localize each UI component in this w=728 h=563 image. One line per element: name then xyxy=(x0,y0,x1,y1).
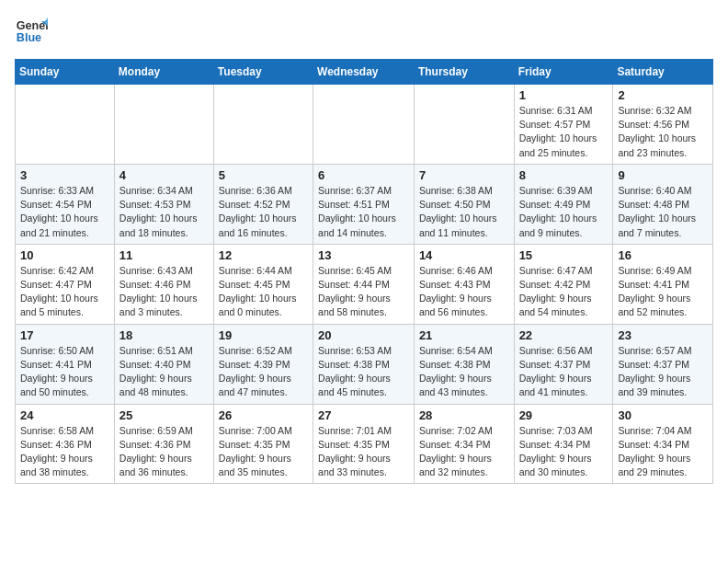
day-number: 12 xyxy=(219,248,308,262)
calendar-cell: 1Sunrise: 6:31 AM Sunset: 4:57 PM Daylig… xyxy=(514,85,613,165)
day-info: Sunrise: 6:59 AM Sunset: 4:36 PM Dayligh… xyxy=(119,424,209,480)
calendar-cell: 17Sunrise: 6:50 AM Sunset: 4:41 PM Dayli… xyxy=(16,324,115,404)
day-info: Sunrise: 7:02 AM Sunset: 4:34 PM Dayligh… xyxy=(419,424,509,480)
calendar-cell xyxy=(414,85,514,165)
weekday-header-wednesday: Wednesday xyxy=(313,60,415,85)
day-info: Sunrise: 6:52 AM Sunset: 4:39 PM Dayligh… xyxy=(219,344,308,400)
calendar-cell: 16Sunrise: 6:49 AM Sunset: 4:41 PM Dayli… xyxy=(613,244,713,324)
day-info: Sunrise: 6:47 AM Sunset: 4:42 PM Dayligh… xyxy=(519,264,609,320)
calendar-table: SundayMondayTuesdayWednesdayThursdayFrid… xyxy=(15,59,713,484)
calendar-cell: 20Sunrise: 6:53 AM Sunset: 4:38 PM Dayli… xyxy=(313,324,415,404)
calendar-cell: 21Sunrise: 6:54 AM Sunset: 4:38 PM Dayli… xyxy=(414,324,514,404)
calendar-cell: 7Sunrise: 6:38 AM Sunset: 4:50 PM Daylig… xyxy=(414,164,514,244)
day-info: Sunrise: 6:49 AM Sunset: 4:41 PM Dayligh… xyxy=(618,264,708,320)
day-number: 15 xyxy=(519,248,609,262)
weekday-header-sunday: Sunday xyxy=(16,60,115,85)
calendar-week-row: 17Sunrise: 6:50 AM Sunset: 4:41 PM Dayli… xyxy=(16,324,713,404)
day-number: 16 xyxy=(618,248,708,262)
calendar-cell: 24Sunrise: 6:58 AM Sunset: 4:36 PM Dayli… xyxy=(16,404,115,484)
day-info: Sunrise: 6:53 AM Sunset: 4:38 PM Dayligh… xyxy=(318,344,409,400)
calendar-cell: 14Sunrise: 6:46 AM Sunset: 4:43 PM Dayli… xyxy=(414,244,514,324)
calendar-cell: 5Sunrise: 6:36 AM Sunset: 4:52 PM Daylig… xyxy=(213,164,313,244)
weekday-header-tuesday: Tuesday xyxy=(213,60,313,85)
day-number: 3 xyxy=(20,168,109,182)
day-number: 10 xyxy=(20,248,109,262)
calendar-cell: 25Sunrise: 6:59 AM Sunset: 4:36 PM Dayli… xyxy=(114,404,213,484)
svg-text:Blue: Blue xyxy=(17,31,41,44)
calendar-cell xyxy=(213,85,313,165)
day-number: 30 xyxy=(618,408,708,422)
calendar-cell: 29Sunrise: 7:03 AM Sunset: 4:34 PM Dayli… xyxy=(514,404,613,484)
calendar-cell: 9Sunrise: 6:40 AM Sunset: 4:48 PM Daylig… xyxy=(613,164,713,244)
day-info: Sunrise: 6:56 AM Sunset: 4:37 PM Dayligh… xyxy=(519,344,609,400)
calendar-week-row: 3Sunrise: 6:33 AM Sunset: 4:54 PM Daylig… xyxy=(16,164,713,244)
day-info: Sunrise: 7:01 AM Sunset: 4:35 PM Dayligh… xyxy=(318,424,409,480)
day-number: 23 xyxy=(618,328,708,342)
day-info: Sunrise: 6:45 AM Sunset: 4:44 PM Dayligh… xyxy=(318,264,409,320)
page-header: General Blue xyxy=(15,15,713,48)
day-info: Sunrise: 6:31 AM Sunset: 4:57 PM Dayligh… xyxy=(519,104,609,160)
day-number: 19 xyxy=(219,328,308,342)
calendar-cell: 30Sunrise: 7:04 AM Sunset: 4:34 PM Dayli… xyxy=(613,404,713,484)
calendar-cell: 19Sunrise: 6:52 AM Sunset: 4:39 PM Dayli… xyxy=(213,324,313,404)
day-info: Sunrise: 7:03 AM Sunset: 4:34 PM Dayligh… xyxy=(519,424,609,480)
day-info: Sunrise: 6:37 AM Sunset: 4:51 PM Dayligh… xyxy=(318,184,409,240)
calendar-cell xyxy=(313,85,415,165)
day-number: 4 xyxy=(119,168,209,182)
day-info: Sunrise: 6:51 AM Sunset: 4:40 PM Dayligh… xyxy=(119,344,209,400)
day-info: Sunrise: 6:33 AM Sunset: 4:54 PM Dayligh… xyxy=(20,184,109,240)
day-number: 1 xyxy=(519,88,609,102)
day-info: Sunrise: 7:00 AM Sunset: 4:35 PM Dayligh… xyxy=(219,424,308,480)
day-info: Sunrise: 7:04 AM Sunset: 4:34 PM Dayligh… xyxy=(618,424,708,480)
day-number: 13 xyxy=(318,248,409,262)
day-number: 17 xyxy=(20,328,109,342)
day-number: 25 xyxy=(119,408,209,422)
day-info: Sunrise: 6:46 AM Sunset: 4:43 PM Dayligh… xyxy=(419,264,509,320)
day-number: 14 xyxy=(419,248,509,262)
calendar-cell: 8Sunrise: 6:39 AM Sunset: 4:49 PM Daylig… xyxy=(514,164,613,244)
calendar-cell: 3Sunrise: 6:33 AM Sunset: 4:54 PM Daylig… xyxy=(16,164,115,244)
day-number: 8 xyxy=(519,168,609,182)
logo: General Blue xyxy=(15,15,48,48)
day-info: Sunrise: 6:40 AM Sunset: 4:48 PM Dayligh… xyxy=(618,184,708,240)
day-number: 29 xyxy=(519,408,609,422)
day-info: Sunrise: 6:43 AM Sunset: 4:46 PM Dayligh… xyxy=(119,264,209,320)
day-number: 9 xyxy=(618,168,708,182)
calendar-cell xyxy=(16,85,115,165)
day-info: Sunrise: 6:34 AM Sunset: 4:53 PM Dayligh… xyxy=(119,184,209,240)
day-number: 5 xyxy=(219,168,308,182)
day-info: Sunrise: 6:32 AM Sunset: 4:56 PM Dayligh… xyxy=(618,104,708,160)
day-info: Sunrise: 6:36 AM Sunset: 4:52 PM Dayligh… xyxy=(219,184,308,240)
calendar-cell: 2Sunrise: 6:32 AM Sunset: 4:56 PM Daylig… xyxy=(613,85,713,165)
calendar-cell: 28Sunrise: 7:02 AM Sunset: 4:34 PM Dayli… xyxy=(414,404,514,484)
day-number: 11 xyxy=(119,248,209,262)
day-number: 26 xyxy=(219,408,308,422)
calendar-cell: 15Sunrise: 6:47 AM Sunset: 4:42 PM Dayli… xyxy=(514,244,613,324)
calendar-cell: 4Sunrise: 6:34 AM Sunset: 4:53 PM Daylig… xyxy=(114,164,213,244)
weekday-header-thursday: Thursday xyxy=(414,60,514,85)
day-number: 2 xyxy=(618,88,708,102)
day-info: Sunrise: 6:39 AM Sunset: 4:49 PM Dayligh… xyxy=(519,184,609,240)
calendar-cell: 26Sunrise: 7:00 AM Sunset: 4:35 PM Dayli… xyxy=(213,404,313,484)
day-info: Sunrise: 6:58 AM Sunset: 4:36 PM Dayligh… xyxy=(20,424,109,480)
calendar-cell: 27Sunrise: 7:01 AM Sunset: 4:35 PM Dayli… xyxy=(313,404,415,484)
day-info: Sunrise: 6:44 AM Sunset: 4:45 PM Dayligh… xyxy=(219,264,308,320)
calendar-week-row: 24Sunrise: 6:58 AM Sunset: 4:36 PM Dayli… xyxy=(16,404,713,484)
day-number: 24 xyxy=(20,408,109,422)
calendar-cell: 6Sunrise: 6:37 AM Sunset: 4:51 PM Daylig… xyxy=(313,164,415,244)
day-number: 18 xyxy=(119,328,209,342)
calendar-cell: 12Sunrise: 6:44 AM Sunset: 4:45 PM Dayli… xyxy=(213,244,313,324)
day-number: 7 xyxy=(419,168,509,182)
day-number: 20 xyxy=(318,328,409,342)
weekday-header-saturday: Saturday xyxy=(613,60,713,85)
day-info: Sunrise: 6:57 AM Sunset: 4:37 PM Dayligh… xyxy=(618,344,708,400)
day-number: 21 xyxy=(419,328,509,342)
calendar-cell: 22Sunrise: 6:56 AM Sunset: 4:37 PM Dayli… xyxy=(514,324,613,404)
weekday-header-friday: Friday xyxy=(514,60,613,85)
day-info: Sunrise: 6:42 AM Sunset: 4:47 PM Dayligh… xyxy=(20,264,109,320)
calendar-cell xyxy=(114,85,213,165)
day-info: Sunrise: 6:54 AM Sunset: 4:38 PM Dayligh… xyxy=(419,344,509,400)
day-info: Sunrise: 6:50 AM Sunset: 4:41 PM Dayligh… xyxy=(20,344,109,400)
calendar-week-row: 1Sunrise: 6:31 AM Sunset: 4:57 PM Daylig… xyxy=(16,85,713,165)
weekday-header-monday: Monday xyxy=(114,60,213,85)
